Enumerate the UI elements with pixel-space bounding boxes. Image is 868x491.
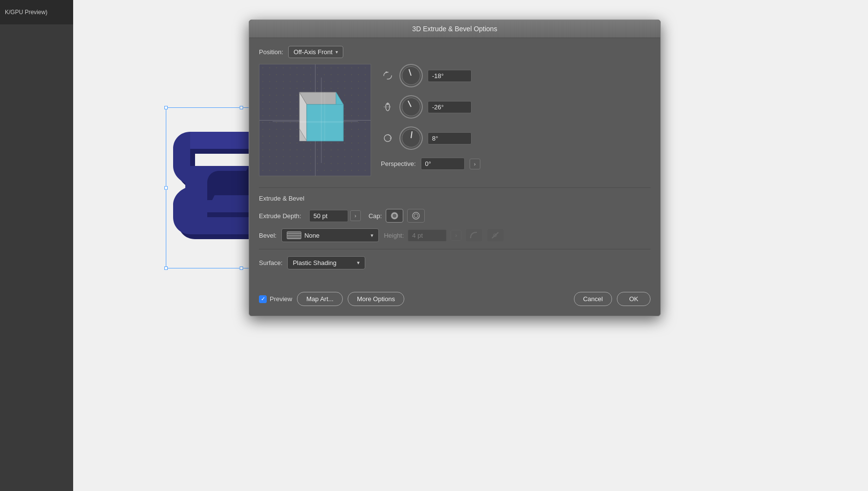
cube-preview[interactable] [259, 64, 371, 176]
extrude-depth-input-group: › [309, 210, 361, 222]
dialog-title: 3D Extrude & Bevel Options [249, 20, 660, 38]
x-dial-inner [402, 66, 420, 85]
y-dial-inner [402, 98, 420, 116]
perspective-row: Perspective: › [381, 158, 480, 170]
bevel-lines [287, 232, 301, 239]
height-section: Height: › [384, 228, 504, 242]
x-rotation-icon [381, 69, 395, 82]
z-dial-indicator [411, 131, 413, 138]
bevel-label: Bevel: [259, 232, 276, 239]
position-row: Position: Off-Axis Front ▾ [259, 46, 651, 58]
surface-chevron-icon: ▾ [357, 260, 360, 266]
height-label: Height: [384, 232, 404, 239]
z-dial[interactable] [399, 126, 423, 150]
position-value: Off-Axis Front [294, 48, 333, 56]
cube-3d-svg [273, 78, 358, 163]
perspective-input[interactable] [421, 158, 465, 170]
cap-filled-btn[interactable] [386, 209, 403, 223]
bevel-row: Bevel: None ▾ Height: › [259, 228, 651, 242]
z-rotation-icon [381, 131, 395, 145]
svg-point-15 [393, 214, 396, 218]
surface-dropdown[interactable]: Plastic Shading ▾ [287, 256, 365, 269]
x-angle-input[interactable] [428, 70, 472, 82]
app-title-label: K/GPU Preview) [5, 9, 47, 16]
cap-label: Cap: [369, 212, 382, 220]
map-art-button[interactable]: Map Art... [297, 292, 343, 306]
extrude-depth-row: Extrude Depth: › Cap: [259, 209, 651, 223]
bevel-value: None [304, 232, 319, 239]
cap-hollow-btn[interactable] [407, 209, 425, 223]
z-dial-inner [402, 129, 420, 147]
extrude-depth-label: Extrude Depth: [259, 212, 301, 220]
handle-tl[interactable] [164, 106, 168, 109]
height-chevron: › [451, 230, 461, 241]
more-options-button[interactable]: More Options [348, 292, 404, 306]
angle-controls: Perspective: › [381, 64, 480, 180]
dialog-body: Position: Off-Axis Front ▾ [249, 38, 660, 287]
z-angle-row [381, 126, 480, 150]
surface-row: Surface: Plastic Shading ▾ [259, 256, 651, 269]
divider-2 [259, 249, 651, 249]
x-dial[interactable] [399, 64, 423, 87]
preview-check-icon: ✓ [259, 295, 267, 303]
cap-filled-icon [390, 211, 399, 221]
ok-button[interactable]: OK [617, 292, 651, 306]
svg-marker-9 [386, 71, 388, 73]
left-panel: K/GPU Preview) [0, 0, 73, 491]
x-angle-row [381, 64, 480, 87]
bevel-shape-2-icon [491, 230, 500, 240]
extrude-depth-chevron[interactable]: › [350, 210, 361, 221]
height-input [408, 229, 447, 242]
svg-point-16 [413, 212, 419, 219]
svg-point-17 [414, 214, 418, 218]
extrude-bevel-title: Extrude & Bevel [259, 195, 651, 202]
cap-section: Cap: [369, 209, 425, 223]
bevel-chevron-icon: ▾ [371, 232, 374, 239]
title-bar: K/GPU Preview) [0, 0, 73, 24]
bevel-preview-icon [287, 231, 301, 239]
x-dial-indicator [409, 69, 412, 76]
preview-section: Perspective: › [259, 64, 651, 180]
dialog-footer: ✓ Preview Map Art... More Options Cancel… [249, 292, 660, 306]
y-dial-indicator [408, 101, 412, 107]
bevel-shape-btn-2 [487, 228, 504, 242]
bevel-shape-btn-1 [465, 228, 483, 242]
cap-hollow-icon [411, 211, 421, 221]
position-label: Position: [259, 48, 283, 56]
dialog-3d-extrude: 3D Extrude & Bevel Options Position: Off… [249, 20, 661, 316]
extrude-depth-input[interactable] [309, 210, 348, 222]
handle-tm[interactable] [240, 106, 243, 109]
position-chevron-icon: ▾ [335, 49, 338, 55]
bevel-shape-1-icon [469, 230, 479, 240]
y-angle-row [381, 95, 480, 119]
handle-ml[interactable] [164, 186, 168, 190]
handle-bm[interactable] [240, 266, 243, 270]
divider-1 [259, 187, 651, 188]
surface-value: Plastic Shading [293, 259, 336, 266]
perspective-chevron-btn[interactable]: › [470, 159, 480, 169]
y-angle-input[interactable] [428, 101, 472, 113]
y-dial[interactable] [399, 95, 423, 119]
perspective-label: Perspective: [381, 160, 416, 167]
y-rotation-icon [381, 100, 395, 114]
position-dropdown[interactable]: Off-Axis Front ▾ [288, 46, 343, 58]
handle-bl[interactable] [164, 266, 168, 270]
z-angle-input[interactable] [428, 132, 472, 144]
preview-label: Preview [270, 295, 292, 303]
cancel-button[interactable]: Cancel [574, 292, 612, 306]
surface-label: Surface: [259, 259, 282, 266]
bevel-dropdown[interactable]: None ▾ [281, 228, 379, 242]
preview-checkbox[interactable]: ✓ Preview [259, 295, 292, 303]
